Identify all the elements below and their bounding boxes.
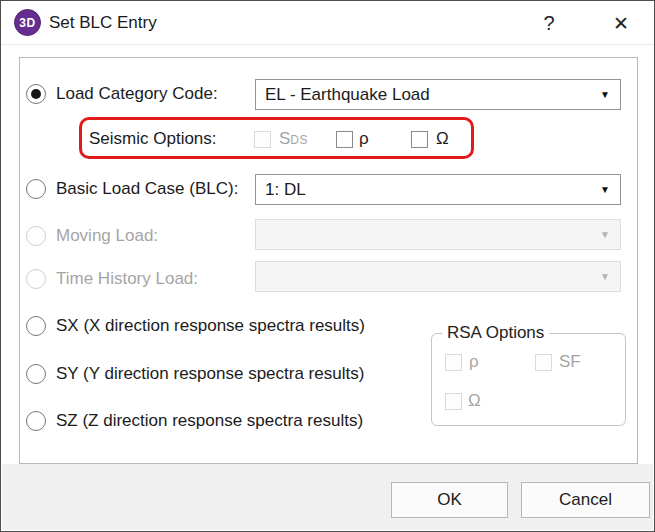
radio-load-category-code[interactable] bbox=[26, 84, 46, 104]
rsa-checkbox-rho bbox=[445, 354, 462, 371]
chevron-down-icon: ▼ bbox=[600, 229, 610, 240]
window-title: Set BLC Entry bbox=[49, 1, 157, 45]
chevron-down-icon: ▼ bbox=[600, 184, 610, 195]
rsa-sf-label: SF bbox=[559, 351, 581, 373]
radio-basic-load-case[interactable] bbox=[26, 179, 46, 199]
chevron-down-icon: ▼ bbox=[600, 89, 610, 100]
help-button[interactable]: ? bbox=[532, 7, 566, 39]
checkbox-rho[interactable] bbox=[336, 131, 353, 148]
rsa-rho-label: ρ bbox=[469, 351, 479, 373]
time-history-dropdown: ▼ bbox=[255, 261, 621, 292]
omega-label[interactable]: Ω bbox=[436, 128, 449, 150]
basic-load-case-label[interactable]: Basic Load Case (BLC): bbox=[56, 178, 238, 200]
radio-sy[interactable] bbox=[26, 364, 46, 384]
radio-sx[interactable] bbox=[26, 316, 46, 336]
rsa-omega-label: Ω bbox=[468, 390, 481, 412]
rsa-options-group: RSA Options ρ SF Ω bbox=[431, 333, 626, 426]
radio-moving-load bbox=[26, 226, 46, 246]
radio-sz[interactable] bbox=[26, 411, 46, 431]
checkbox-omega[interactable] bbox=[411, 131, 428, 148]
load-category-code-label[interactable]: Load Category Code: bbox=[56, 83, 218, 105]
moving-load-label: Moving Load: bbox=[56, 225, 158, 247]
basic-load-case-dropdown[interactable]: 1: DL ▼ bbox=[255, 174, 621, 205]
sds-label: SDS bbox=[279, 128, 308, 151]
sz-label[interactable]: SZ (Z direction response spectra results… bbox=[56, 410, 363, 432]
radio-time-history-load bbox=[26, 269, 46, 289]
rho-label[interactable]: ρ bbox=[359, 128, 369, 150]
rsa-options-title: RSA Options bbox=[442, 323, 549, 343]
seismic-options-label: Seismic Options: bbox=[89, 128, 217, 150]
load-category-value: EL - Earthquake Load bbox=[265, 85, 594, 105]
sy-label[interactable]: SY (Y direction response spectra results… bbox=[56, 363, 364, 385]
titlebar: 3D Set BLC Entry ? ✕ bbox=[1, 1, 654, 45]
close-button[interactable]: ✕ bbox=[604, 7, 638, 39]
app-3d-icon: 3D bbox=[14, 9, 41, 36]
footer-bar: OK Cancel bbox=[2, 464, 653, 530]
moving-load-dropdown: ▼ bbox=[255, 219, 621, 250]
chevron-down-icon: ▼ bbox=[600, 271, 610, 282]
basic-load-case-value: 1: DL bbox=[265, 180, 594, 200]
checkbox-sds bbox=[254, 131, 271, 148]
cancel-button[interactable]: Cancel bbox=[521, 482, 650, 518]
sx-label[interactable]: SX (X direction response spectra results… bbox=[56, 315, 365, 337]
rsa-checkbox-omega bbox=[445, 393, 462, 410]
rsa-checkbox-sf bbox=[535, 354, 552, 371]
load-category-dropdown[interactable]: EL - Earthquake Load ▼ bbox=[255, 79, 621, 110]
ok-button[interactable]: OK bbox=[391, 482, 508, 518]
time-history-load-label: Time History Load: bbox=[56, 268, 198, 290]
set-blc-entry-dialog: 3D Set BLC Entry ? ✕ Load Category Code:… bbox=[0, 0, 655, 532]
